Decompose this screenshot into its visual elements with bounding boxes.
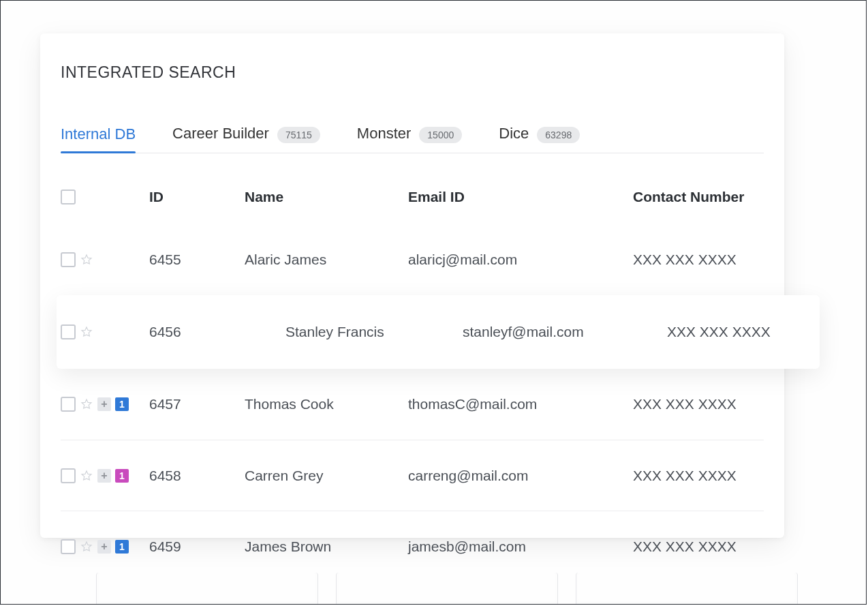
cell-email: stanleyf@mail.com — [463, 324, 667, 340]
table-row[interactable]: +16457Thomas CookthomasC@mail.comXXX XXX… — [61, 369, 764, 440]
plus-icon[interactable]: + — [97, 540, 111, 554]
star-icon[interactable] — [80, 253, 93, 267]
tag-count-chip[interactable]: 1 — [115, 540, 129, 554]
cell-name: Carren Grey — [245, 468, 408, 484]
table-row[interactable]: +16459James Brownjamesb@mail.comXXX XXX … — [61, 511, 764, 581]
cell-name: Thomas Cook — [245, 396, 408, 412]
tag-count-chip[interactable]: 1 — [115, 397, 129, 411]
cell-contact: XXX XXX XXXX — [633, 252, 764, 268]
cell-contact: XXX XXX XXXX — [633, 539, 764, 555]
row-checkbox[interactable] — [61, 324, 76, 339]
ghost-segment — [96, 573, 318, 604]
tabs-bar: Internal DB Career Builder 75115 Monster… — [61, 117, 764, 153]
row-checkbox[interactable] — [61, 539, 76, 554]
search-card: INTEGRATED SEARCH Internal DB Career Bui… — [40, 33, 784, 538]
table-header-row: ID Name Email ID Contact Number — [61, 170, 764, 224]
ghost-segment — [336, 573, 558, 604]
cell-email: carreng@mail.com — [408, 468, 633, 484]
col-header-id: ID — [149, 189, 245, 205]
col-header-name: Name — [245, 189, 408, 205]
plus-icon[interactable]: + — [97, 397, 111, 411]
cell-id: 6458 — [149, 468, 245, 484]
tab-monster[interactable]: Monster 15000 — [357, 125, 462, 153]
tab-count-badge: 63298 — [537, 127, 580, 143]
ghost-segment — [576, 573, 798, 604]
table-row[interactable]: +16458Carren Greycarreng@mail.comXXX XXX… — [61, 440, 764, 511]
tab-label: Career Builder — [172, 125, 269, 142]
tag-count-chip[interactable]: 1 — [115, 469, 129, 483]
table-row[interactable]: 6455Alaric Jamesalaricj@mail.comXXX XXX … — [61, 224, 764, 295]
row-checkbox[interactable] — [61, 252, 76, 267]
select-all-checkbox[interactable] — [61, 190, 76, 204]
row-lead — [61, 252, 149, 267]
cell-name: Stanley Francis — [285, 324, 463, 340]
row-lead — [61, 324, 149, 339]
cell-name: Alaric James — [245, 252, 408, 268]
cell-email: thomasC@mail.com — [408, 396, 633, 412]
tab-internal-db[interactable]: Internal DB — [61, 125, 136, 153]
tab-count-badge: 15000 — [419, 127, 462, 143]
star-icon[interactable] — [80, 469, 93, 483]
tab-label: Dice — [499, 125, 529, 142]
table-row[interactable]: 6456Stanley Francisstanleyf@mail.comXXX … — [57, 295, 820, 369]
page-title: INTEGRATED SEARCH — [61, 63, 236, 82]
cell-contact: XXX XXX XXXX — [633, 468, 764, 484]
cell-id: 6459 — [149, 539, 245, 555]
tab-count-badge: 75115 — [277, 127, 320, 143]
star-icon[interactable] — [80, 397, 93, 411]
tab-label: Internal DB — [61, 125, 136, 143]
cell-id: 6456 — [149, 324, 285, 340]
col-header-email: Email ID — [408, 189, 633, 205]
plus-icon[interactable]: + — [97, 469, 111, 483]
star-icon[interactable] — [80, 540, 93, 554]
results-table: ID Name Email ID Contact Number 6455Alar… — [61, 170, 764, 581]
row-checkbox[interactable] — [61, 397, 76, 412]
tab-dice[interactable]: Dice 63298 — [499, 125, 580, 153]
row-checkbox[interactable] — [61, 468, 76, 483]
tab-career-builder[interactable]: Career Builder 75115 — [172, 125, 320, 153]
row-lead: +1 — [61, 539, 149, 554]
cell-id: 6455 — [149, 252, 245, 268]
cell-email: alaricj@mail.com — [408, 252, 633, 268]
cell-contact: XXX XXX XXXX — [633, 396, 764, 412]
row-lead: +1 — [61, 397, 149, 412]
row-lead: +1 — [61, 468, 149, 483]
star-icon[interactable] — [80, 325, 93, 339]
cell-id: 6457 — [149, 396, 245, 412]
col-header-contact: Contact Number — [633, 189, 764, 205]
tab-label: Monster — [357, 125, 411, 142]
cell-name: James Brown — [245, 539, 408, 555]
cell-contact: XXX XXX XXXX — [667, 324, 820, 340]
bottom-ghost-segments — [96, 573, 798, 604]
cell-email: jamesb@mail.com — [408, 539, 633, 555]
